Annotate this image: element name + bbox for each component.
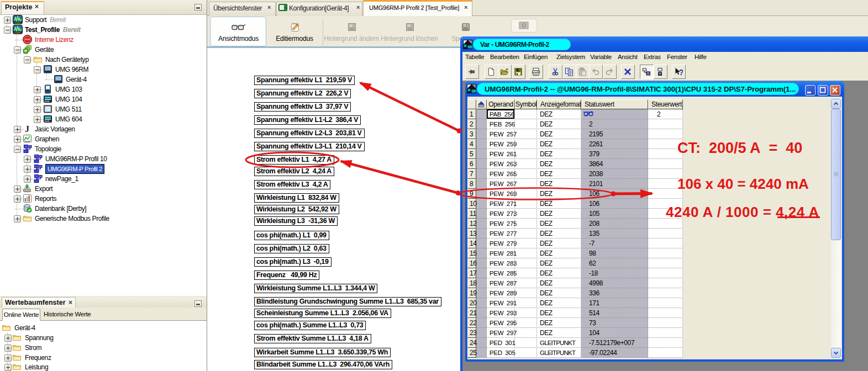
svg-text:GridVis: GridVis: [14, 32, 21, 34]
svg-text:J: J: [25, 124, 29, 134]
svg-text:S88: S88: [467, 45, 472, 49]
svg-text:GridVis: GridVis: [14, 22, 21, 24]
svg-text:STOP: STOP: [25, 39, 30, 41]
svg-text:S88: S88: [471, 89, 476, 93]
svg-text:?: ?: [679, 67, 683, 76]
